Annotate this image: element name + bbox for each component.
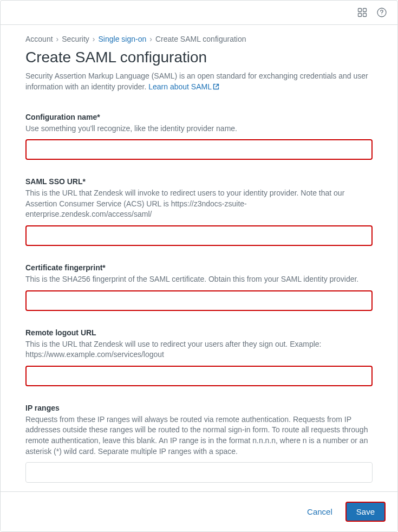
breadcrumb-sso[interactable]: Single sign-on: [99, 35, 147, 43]
learn-about-saml-link[interactable]: Learn about SAML: [148, 82, 219, 91]
config-name-hint: Use something you'll recognize, like the…: [25, 124, 373, 134]
breadcrumb-account[interactable]: Account: [25, 35, 53, 43]
svg-rect-2: [358, 14, 362, 17]
page-title: Create SAML configuration: [25, 49, 373, 66]
sso-url-input[interactable]: [25, 225, 373, 246]
config-name-group: Configuration name* Use something you'll…: [25, 113, 373, 160]
sso-url-group: SAML SSO URL* This is the URL that Zende…: [25, 177, 373, 246]
chevron-right-icon: ›: [56, 35, 59, 43]
cert-fingerprint-group: Certificate fingerprint* This is the SHA…: [25, 263, 373, 311]
logout-url-hint: This is the URL that Zendesk will use to…: [25, 339, 373, 360]
cert-fingerprint-input[interactable]: [25, 290, 373, 311]
help-icon[interactable]: [377, 8, 387, 17]
sso-url-hint: This is the URL that Zendesk will invoke…: [25, 188, 373, 220]
config-name-input[interactable]: [25, 139, 373, 160]
main-content: Account › Security › Single sign-on › Cr…: [1, 25, 397, 511]
apps-icon[interactable]: [357, 8, 367, 17]
config-name-label: Configuration name*: [25, 113, 373, 121]
breadcrumb-security[interactable]: Security: [62, 35, 89, 43]
logout-url-group: Remote logout URL This is the URL that Z…: [25, 328, 373, 386]
breadcrumb: Account › Security › Single sign-on › Cr…: [25, 35, 373, 43]
save-button[interactable]: Save: [345, 502, 386, 522]
learn-link-text: Learn about SAML: [148, 82, 212, 91]
top-toolbar: [1, 1, 397, 24]
ip-ranges-hint: Requests from these IP ranges will alway…: [25, 414, 373, 457]
logout-url-input[interactable]: [25, 366, 373, 386]
logout-url-label: Remote logout URL: [25, 328, 373, 337]
svg-rect-0: [358, 9, 362, 12]
page-description: Security Assertion Markup Language (SAML…: [25, 70, 373, 93]
cert-fingerprint-label: Certificate fingerprint*: [25, 263, 373, 272]
breadcrumb-current: Create SAML configuration: [155, 35, 246, 43]
svg-rect-1: [363, 9, 367, 12]
external-link-icon: [213, 82, 219, 93]
chevron-right-icon: ›: [149, 35, 152, 43]
ip-ranges-group: IP ranges Requests from these IP ranges …: [25, 404, 373, 483]
svg-rect-3: [363, 14, 367, 17]
cert-fingerprint-hint: This is the SHA256 fingerprint of the SA…: [25, 274, 373, 285]
chevron-right-icon: ›: [93, 35, 95, 43]
cancel-button[interactable]: Cancel: [307, 507, 332, 516]
ip-ranges-label: IP ranges: [25, 404, 373, 412]
sso-url-label: SAML SSO URL*: [25, 177, 373, 186]
footer-actions: Cancel Save: [1, 491, 397, 531]
svg-point-5: [381, 15, 382, 15]
ip-ranges-input[interactable]: [25, 462, 373, 483]
